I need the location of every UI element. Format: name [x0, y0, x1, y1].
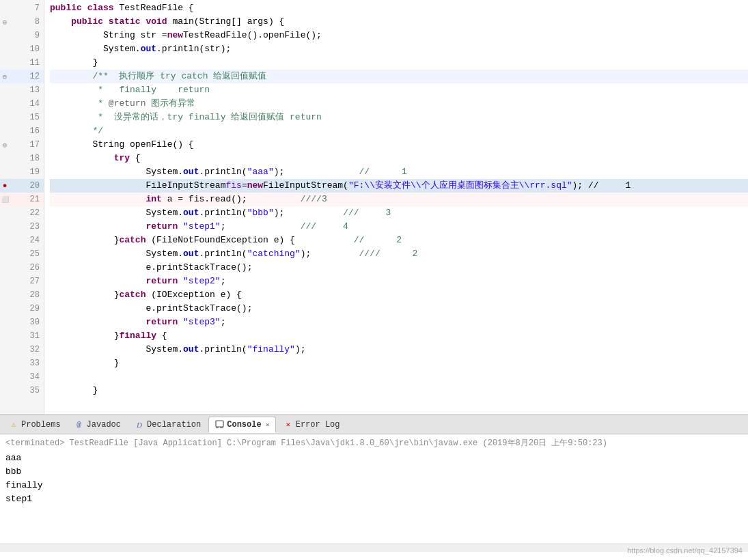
tab-problems[interactable]: ⚠ Problems: [3, 417, 67, 433]
ln-20: 20: [10, 179, 44, 193]
bottom-panel: ⚠ Problems @ Javadoc D Declaration Conso…: [0, 415, 748, 552]
code-line-33: }: [50, 356, 748, 370]
problems-label: Problems: [21, 420, 61, 430]
tab-errorlog[interactable]: ✕ Error Log: [277, 417, 346, 433]
code-line-7: public class TestReadFile {: [50, 1, 748, 15]
ln-34: 34: [10, 370, 44, 384]
code-line-28: }catch (IOException e) {: [50, 288, 748, 302]
ln-7: 7: [10, 1, 44, 15]
ln-29: 29: [10, 302, 44, 316]
fold-31: [0, 333, 10, 340]
fold-16: [0, 128, 10, 135]
ln-33: 33: [10, 356, 44, 370]
code-line-11: }: [50, 56, 748, 70]
ln-23: 23: [10, 220, 44, 234]
console-icon: [214, 420, 224, 430]
ln-15: 15: [10, 111, 44, 124]
editor-area: 7 ⊖8 9 10 11 ⊖12 13 14 15 16 ⊖17 18: [0, 0, 748, 415]
fold-23: [0, 223, 10, 231]
editor-hscrollbar[interactable]: [0, 415, 748, 415]
console-line-3: finally: [5, 479, 743, 492]
ln-35: 35: [10, 384, 44, 397]
declaration-icon: D: [135, 420, 144, 430]
problems-icon: ⚠: [9, 420, 18, 430]
fold-8[interactable]: ⊖: [0, 18, 10, 27]
fold-18: [0, 155, 10, 163]
code-line-12: /** 执行顺序 try catch 给返回值赋值: [50, 70, 748, 83]
code-line-16: */: [50, 124, 748, 138]
ln-25: 25: [10, 247, 44, 261]
fold-14: [0, 100, 10, 108]
ln-18: 18: [10, 152, 44, 165]
fold-10: [0, 46, 10, 53]
ln-9: 9: [10, 29, 44, 42]
console-tab-close[interactable]: ✕: [266, 421, 270, 429]
code-line-8: public static void main(String[] args) {: [50, 15, 748, 29]
fold-13: [0, 87, 10, 94]
fold-33: [0, 360, 10, 367]
line-gutter: 7 ⊖8 9 10 11 ⊖12 13 14 15 16 ⊖17 18: [0, 0, 44, 415]
code-line-9: String str = new TestReadFile().openFile…: [50, 29, 748, 42]
fold-9: [0, 32, 10, 40]
code-line-19: System.out.println("aaa"); // 1: [50, 165, 748, 179]
ln-11: 11: [10, 56, 44, 70]
fold-15: [0, 114, 10, 122]
fold-17[interactable]: ⊖: [0, 141, 10, 150]
fold-27: [0, 278, 10, 285]
tab-console[interactable]: Console ✕: [208, 417, 275, 433]
ln-32: 32: [10, 343, 44, 356]
ln-13: 13: [10, 83, 44, 97]
fold-28: [0, 292, 10, 299]
terminated-text: <terminated> TestReadFile [Java Applicat…: [5, 438, 607, 448]
code-line-34: [50, 370, 748, 384]
ln-12: 12: [10, 70, 44, 83]
code-line-20: FileInputStream fis = new FileInputStrea…: [50, 179, 748, 193]
ln-10: 10: [10, 42, 44, 56]
code-line-10: System.out.println(str);: [50, 42, 748, 56]
code-line-21: int a = fis.read(); ////3: [50, 193, 748, 206]
fold-32: [0, 346, 10, 354]
code-line-15: * 没异常的话，try finally 给返回值赋值 return: [50, 111, 748, 124]
console-label: Console: [227, 420, 261, 430]
ln-21: 21: [10, 193, 44, 206]
ln-28: 28: [10, 288, 44, 302]
code-line-35: }: [50, 384, 748, 397]
ln-19: 19: [10, 165, 44, 179]
tab-declaration[interactable]: D Declaration: [128, 417, 207, 433]
fold-20: ●: [0, 182, 10, 190]
code-line-32: System.out.println("finally");: [50, 343, 748, 356]
ln-16: 16: [10, 124, 44, 138]
code-line-29: e.printStackTrace();: [50, 302, 748, 316]
fold-34: [0, 374, 10, 381]
tab-javadoc[interactable]: @ Javadoc: [68, 417, 127, 433]
javadoc-icon: @: [74, 420, 84, 430]
fold-19: [0, 169, 10, 176]
fold-7[interactable]: [0, 5, 10, 12]
ln-8: 8: [10, 15, 44, 29]
ln-26: 26: [10, 261, 44, 275]
tab-bar: ⚠ Problems @ Javadoc D Declaration Conso…: [0, 415, 748, 434]
ln-30: 30: [10, 316, 44, 329]
errorlog-icon: ✕: [283, 420, 293, 430]
fold-22: [0, 210, 10, 217]
ln-27: 27: [10, 275, 44, 288]
declaration-label: Declaration: [147, 420, 201, 430]
fold-35: [0, 387, 10, 395]
code-line-17: String openFile() {: [50, 138, 748, 152]
console-content: <terminated> TestReadFile [Java Applicat…: [0, 434, 748, 544]
code-line-14: * @return 图示有异常: [50, 97, 748, 111]
code-line-23: return "step1"; /// 4: [50, 220, 748, 234]
code-line-25: System.out.println("catching"); //// 2: [50, 247, 748, 261]
fold-11: [0, 59, 10, 67]
watermark: https://blog.csdn.net/qq_42157394: [627, 546, 743, 555]
console-terminated-line: <terminated> TestReadFile [Java Applicat…: [5, 437, 743, 449]
code-line-22: System.out.println("bbb"); /// 3: [50, 206, 748, 220]
console-output: aaa bbb finally step1: [5, 451, 743, 506]
code-line-31: }finally {: [50, 329, 748, 343]
code-lines: public class TestReadFile { public stati…: [44, 0, 748, 415]
code-line-13: * finally return: [50, 83, 748, 97]
ln-24: 24: [10, 234, 44, 247]
code-line-27: return "step2";: [50, 275, 748, 288]
console-line-1: aaa: [5, 451, 743, 465]
fold-12[interactable]: ⊖: [0, 72, 10, 81]
